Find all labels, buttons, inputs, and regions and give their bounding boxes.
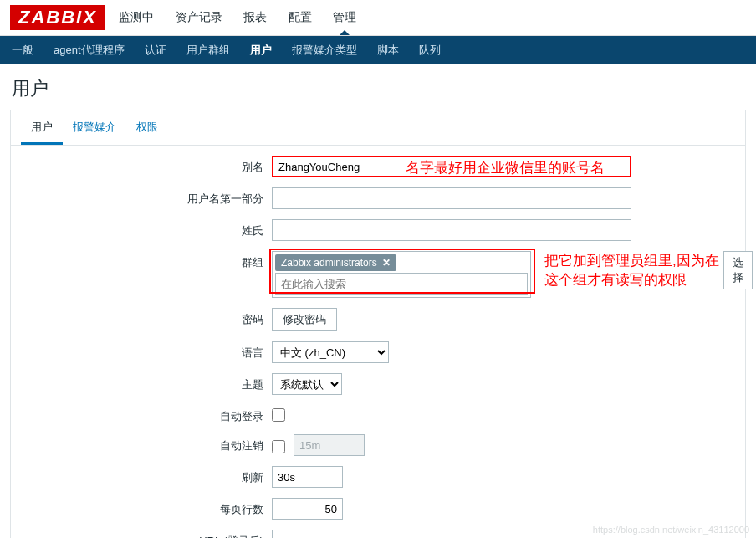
group-tag: Zabbix administrators ✕ [275,254,396,271]
group-search-input[interactable] [275,273,528,295]
autologin-label: 自动登录 [21,405,272,424]
theme-select[interactable]: 系统默认 [272,373,342,395]
alias-annotation: 名字最好用企业微信里的账号名 [406,158,605,177]
subnav-mediatypes[interactable]: 报警媒介类型 [292,43,357,58]
alias-label: 别名 [21,156,272,175]
lang-select[interactable]: 中文 (zh_CN) [272,341,389,363]
autologout-label: 自动注销 [21,434,272,453]
nav-config[interactable]: 配置 [289,10,312,23]
group-tag-remove-icon[interactable]: ✕ [382,257,391,269]
group-label: 群组 [21,251,272,270]
group-tag-label: Zabbix administrators [281,257,377,269]
rows-input[interactable] [272,498,343,520]
refresh-label: 刷新 [21,466,272,485]
url-input[interactable] [272,530,631,538]
group-annotation-2: 这个组才有读写的权限 [544,270,719,289]
subnav-queue[interactable]: 队列 [419,43,441,58]
tab-user[interactable]: 用户 [21,110,63,145]
page-title: 用户 [0,64,756,110]
subnav-users[interactable]: 用户 [250,43,272,58]
group-select-button[interactable]: 选择 [723,251,753,289]
form-tabs: 用户 报警媒介 权限 [11,110,745,146]
tab-media[interactable]: 报警媒介 [63,110,126,145]
surname-input[interactable] [272,219,631,241]
name-label: 用户名第一部分 [21,187,272,207]
name-input[interactable] [272,187,631,209]
surname-label: 姓氏 [21,219,272,238]
url-label: URL (登录后) [21,530,272,538]
password-label: 密码 [21,308,272,327]
rows-label: 每页行数 [21,498,272,517]
group-annotation-1: 把它加到管理员组里,因为在 [544,251,719,270]
nav-admin[interactable]: 管理 [333,10,356,23]
subnav-scripts[interactable]: 脚本 [377,43,399,58]
sub-nav: 一般 agent代理程序 认证 用户群组 用户 报警媒介类型 脚本 队列 [0,36,756,64]
subnav-auth[interactable]: 认证 [145,43,166,58]
autologin-checkbox[interactable] [272,408,285,422]
refresh-input[interactable] [272,466,343,488]
watermark: https://blog.csdn.net/weixin_43112000 [593,525,749,535]
nav-reports[interactable]: 报表 [243,10,267,23]
brand-logo[interactable]: ZABBIX [10,5,105,30]
theme-label: 主题 [21,373,272,392]
top-nav: 监测中 资产记录 报表 配置 管理 [119,10,375,25]
autologout-input [294,434,365,456]
autologout-checkbox[interactable] [272,440,285,453]
subnav-proxies[interactable]: agent代理程序 [54,43,125,58]
nav-monitoring[interactable]: 监测中 [119,10,154,23]
tab-permissions[interactable]: 权限 [126,110,168,145]
subnav-general[interactable]: 一般 [12,43,33,58]
change-password-button[interactable]: 修改密码 [272,308,337,331]
nav-inventory[interactable]: 资产记录 [176,10,222,23]
subnav-usergroups[interactable]: 用户群组 [186,43,230,58]
lang-label: 语言 [21,341,272,361]
group-tagbox[interactable]: Zabbix administrators ✕ [272,251,531,298]
